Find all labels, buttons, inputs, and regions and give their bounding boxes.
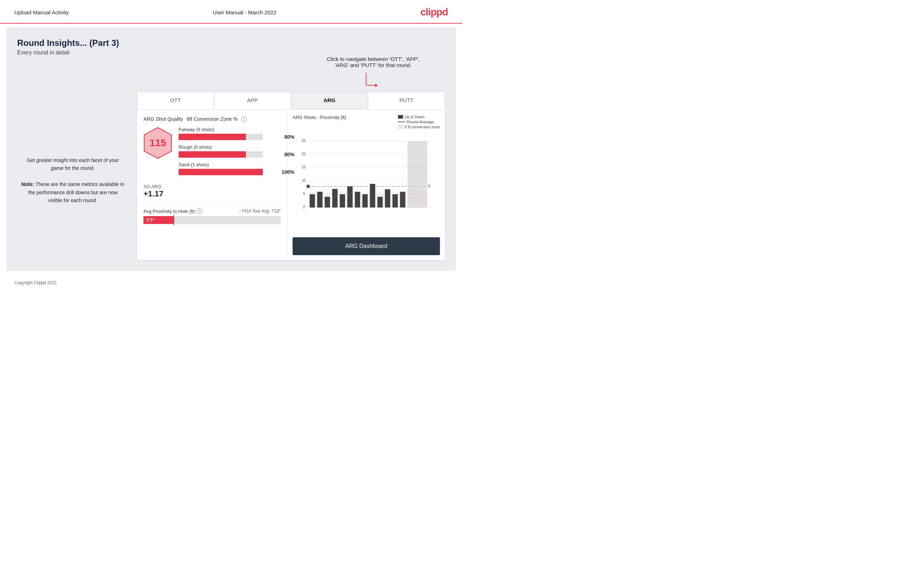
- copyright-text: Copyright Clippd 2021: [15, 280, 57, 285]
- bar-label-rough: Rough (5 shots): [179, 144, 281, 150]
- conversion-label: 6ft Conversion Zone %: [187, 116, 238, 122]
- chart-header: ARG Shots - Proximity (ft) Up & Down Rou…: [292, 115, 440, 129]
- legend-item-avg: Round Average: [398, 120, 434, 124]
- annotation-arrow: [362, 71, 384, 91]
- card-panel: OTT APP ARG PUTT ARG Shot Quality 6ft Co…: [137, 92, 445, 260]
- svg-rect-29: [378, 197, 383, 208]
- clippd-logo: clippd: [421, 6, 448, 18]
- footer: Copyright Clippd 2021: [0, 274, 462, 291]
- section-title: Round Insights... (Part 3): [17, 38, 445, 48]
- svg-rect-20: [310, 194, 315, 208]
- arg-chart-svg: 0 5 10 15 20 25: [292, 131, 440, 210]
- upload-activity-link[interactable]: Upload Manual Activity: [15, 9, 69, 15]
- sg-value: +1.17: [144, 189, 281, 198]
- svg-rect-25: [347, 186, 353, 208]
- svg-rect-32: [400, 192, 405, 208]
- sg-row: SG ARG +1.17: [144, 184, 281, 198]
- annotation-text: Click to navigate between 'OTT', 'APP','…: [326, 56, 420, 68]
- bar-track-fairway: [179, 134, 263, 140]
- svg-rect-24: [340, 194, 345, 208]
- bar-fill-rough: [179, 151, 246, 158]
- svg-rect-23: [333, 189, 338, 208]
- tab-app[interactable]: APP: [214, 92, 291, 109]
- chart-title: ARG Shots - Proximity (ft): [292, 115, 346, 120]
- svg-rect-26: [355, 192, 360, 208]
- proximity-value: 7'7": [146, 218, 155, 223]
- bar-label-fairway: Fairway (5 shots): [179, 127, 281, 132]
- bar-track-sand: [179, 169, 263, 175]
- legend-item-zone: 6 ft conversion zone: [398, 125, 440, 129]
- svg-rect-28: [370, 184, 375, 208]
- card-body: ARG Shot Quality 6ft Conversion Zone % ?: [137, 110, 445, 260]
- svg-rect-27: [362, 194, 368, 208]
- pga-avg: ↑ PGA Tour Avg: 7'10": [239, 209, 281, 214]
- bars-section: Fairway (5 shots) 80% Rough: [179, 127, 281, 180]
- legend-item-updown: Up & Down: [398, 115, 425, 119]
- bar-fill-fairway: [179, 134, 246, 140]
- arg-header: ARG Shot Quality 6ft Conversion Zone % ?: [144, 116, 281, 122]
- svg-text:25: 25: [302, 139, 306, 143]
- header: Upload Manual Activity User Manual - Mar…: [0, 0, 462, 24]
- proximity-cursor: [174, 215, 174, 225]
- insight-main: Get greater insight into each facet of y…: [27, 157, 119, 171]
- note-text: These are the same metrics available in …: [28, 181, 124, 203]
- bar-track-rough: [179, 151, 263, 158]
- left-panel: Get greater insight into each facet of y…: [17, 92, 128, 260]
- hex-bars-row: 115 Fairway (5 shots): [144, 127, 281, 180]
- shot-quality-label: ARG Shot Quality: [144, 116, 183, 122]
- svg-text:5: 5: [303, 192, 305, 196]
- legend-label-avg: Round Average: [407, 120, 434, 124]
- bar-row-rough: Rough (5 shots) 80%: [179, 144, 281, 158]
- proximity-section: Avg Proximity to Hole (ft) ? ↑ PGA Tour …: [144, 203, 281, 224]
- legend-dash-avg: [398, 121, 405, 122]
- svg-rect-33: [408, 141, 427, 208]
- bar-row-fairway: Fairway (5 shots) 80%: [179, 127, 281, 140]
- svg-text:15: 15: [302, 165, 306, 169]
- proximity-label: Avg Proximity to Hole (ft) ?: [144, 208, 202, 214]
- svg-text:20: 20: [302, 152, 306, 156]
- bar-label-sand: Sand (1 shots): [179, 162, 281, 168]
- svg-marker-2: [375, 84, 378, 87]
- legend-box-zone: [398, 125, 403, 129]
- main-content: Round Insights... (Part 3) Every round i…: [6, 27, 456, 271]
- svg-rect-22: [325, 197, 330, 208]
- card-right: ARG Shots - Proximity (ft) Up & Down Rou…: [288, 110, 445, 260]
- sg-label: SG ARG: [144, 184, 281, 189]
- bar-fill-sand: [179, 169, 263, 175]
- arg-dashboard-button[interactable]: ARG Dashboard: [292, 237, 440, 255]
- svg-point-34: [307, 185, 310, 188]
- svg-text:8: 8: [428, 184, 431, 188]
- tab-putt[interactable]: PUTT: [368, 92, 445, 109]
- legend-label-updown: Up & Down: [405, 115, 425, 119]
- hexagon-wrap: 115: [144, 127, 172, 159]
- content-area: Get greater insight into each facet of y…: [17, 92, 445, 260]
- svg-rect-31: [393, 194, 398, 208]
- svg-rect-21: [317, 192, 323, 208]
- svg-text:10: 10: [302, 179, 306, 182]
- svg-rect-30: [385, 189, 391, 208]
- card-left: ARG Shot Quality 6ft Conversion Zone % ?: [137, 110, 288, 260]
- insight-text: Get greater insight into each facet of y…: [17, 156, 128, 204]
- section-subtitle: Every round in detail: [17, 50, 445, 56]
- tabs-row: OTT APP ARG PUTT: [137, 92, 445, 110]
- chart-area: 0 5 10 15 20 25: [292, 131, 440, 234]
- legend: Up & Down Round Average 6 ft conversion …: [398, 115, 440, 129]
- proximity-label-text: Avg Proximity to Hole (ft): [144, 209, 195, 214]
- bar-row-sand: Sand (1 shots) 100%: [179, 162, 281, 175]
- help-icon[interactable]: ?: [241, 116, 247, 122]
- tab-arg[interactable]: ARG: [291, 92, 368, 109]
- proximity-help-icon[interactable]: ?: [197, 208, 202, 214]
- legend-box-updown: [398, 115, 403, 119]
- legend-label-zone: 6 ft conversion zone: [405, 125, 440, 129]
- proximity-track: 7'7": [144, 216, 281, 224]
- svg-text:0: 0: [303, 205, 305, 209]
- document-title: User Manual - March 2022: [213, 9, 276, 15]
- hexagon-badge: 115: [144, 127, 172, 159]
- note-label: Note:: [21, 181, 34, 187]
- proximity-header: Avg Proximity to Hole (ft) ? ↑ PGA Tour …: [144, 208, 281, 214]
- tab-ott[interactable]: OTT: [137, 92, 214, 109]
- hexagon-number: 115: [150, 137, 166, 149]
